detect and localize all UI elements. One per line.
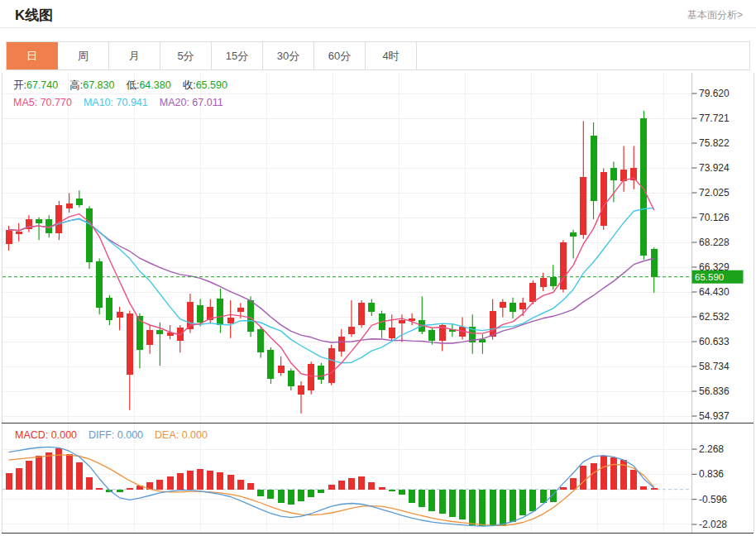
- macd-bar: [560, 487, 567, 490]
- macd-bar: [267, 490, 274, 500]
- macd-bar: [409, 490, 415, 503]
- macd-bar: [439, 490, 446, 514]
- ohlc-legend: 开:67.740高:67.830低:64.380收:65.590: [13, 79, 227, 93]
- candle-body: [227, 318, 234, 324]
- price-tick-label: 73.924: [699, 162, 730, 174]
- candle-body: [237, 308, 244, 312]
- macd-bar: [45, 452, 52, 490]
- ma10-line: [9, 208, 654, 362]
- macd-bar: [651, 488, 658, 490]
- candle-body: [560, 242, 567, 290]
- macd-bar: [519, 490, 526, 515]
- candle-body: [399, 320, 405, 324]
- macd-bar: [86, 477, 93, 490]
- price-tick-label: 56.836: [699, 385, 730, 397]
- macd-bar: [500, 490, 506, 526]
- candle-body: [16, 232, 22, 234]
- current-price-label: 65.590: [695, 272, 724, 282]
- macd-bar: [217, 472, 223, 490]
- macd-bar: [459, 490, 466, 519]
- candle-body: [479, 339, 486, 342]
- price-tick-label: 75.822: [699, 137, 730, 149]
- macd-bar: [640, 486, 647, 490]
- macd-bar: [540, 490, 547, 503]
- macd-bar: [529, 490, 536, 511]
- macd-tick-label: -0.596: [699, 494, 727, 505]
- candle-body: [66, 203, 73, 208]
- price-tick-label: 79.620: [699, 88, 730, 99]
- macd-bar: [6, 473, 12, 490]
- macd-bar: [227, 475, 234, 490]
- price-tick-label: 62.532: [699, 311, 730, 323]
- macd-bar: [177, 473, 184, 490]
- macd-bar: [55, 448, 62, 490]
- macd-bar: [117, 490, 123, 493]
- candle-body: [580, 177, 586, 235]
- macd-bar: [26, 461, 32, 490]
- macd-legend-item-1: DIFF: 0.000: [89, 429, 143, 441]
- macd-bar: [389, 490, 395, 491]
- candle-body: [117, 312, 123, 317]
- macd-bar: [368, 482, 375, 490]
- candle-body: [318, 366, 324, 380]
- candle-body: [651, 249, 658, 277]
- candle-body: [127, 313, 133, 375]
- candle-body: [358, 303, 365, 325]
- candle-body: [106, 298, 112, 320]
- price-tick-label: 58.734: [699, 361, 730, 372]
- price-tick-label: 66.329: [699, 261, 730, 273]
- macd-bar: [127, 488, 133, 490]
- macd-bar: [278, 490, 285, 503]
- ma-legend-item-0: MA5: 70.770: [13, 97, 72, 108]
- candle-body: [146, 330, 153, 344]
- macd-bar: [469, 490, 476, 525]
- macd-bar: [610, 457, 617, 490]
- candles: [6, 111, 658, 414]
- price-tick-label: 64.430: [699, 286, 730, 298]
- macd-bar: [600, 456, 607, 490]
- candle-body: [217, 299, 223, 325]
- candle-body: [197, 305, 203, 323]
- candle-body: [348, 327, 355, 334]
- macd-bar: [338, 481, 345, 490]
- price-tick-label: 60.633: [699, 336, 730, 347]
- candle-body: [86, 208, 93, 262]
- macd-bar: [318, 490, 324, 493]
- price-tick-label: 68.228: [699, 237, 730, 248]
- candle-body: [500, 302, 506, 309]
- ma-legend-item-2: MA20: 67.011: [160, 97, 223, 108]
- macd-bar: [490, 490, 496, 525]
- macd-bar: [591, 463, 597, 490]
- macd-bar: [449, 490, 456, 517]
- macd-axis-labels: 2.2680.836-0.596-2.028: [692, 443, 728, 530]
- kline-page: K线图 基本面分析> 日周月5分15分30分60分4时 65.59079.620…: [0, 0, 756, 536]
- candle-body: [428, 330, 435, 341]
- macd-bar: [96, 488, 103, 490]
- candle-body: [96, 261, 103, 309]
- macd-bar: [207, 471, 213, 490]
- price-tick-label: 77.721: [699, 112, 730, 124]
- macd-bar: [36, 456, 42, 490]
- macd-bar: [479, 490, 486, 526]
- candle-body: [257, 329, 264, 352]
- candle-body: [529, 283, 536, 301]
- candle-body: [278, 366, 285, 373]
- macd-bar: [16, 468, 22, 490]
- macd-bar: [197, 469, 203, 490]
- macd-legend-item-0: MACD: 0.000: [15, 429, 77, 441]
- macd-bar: [298, 490, 304, 501]
- candle-body: [298, 385, 304, 395]
- ohlc-legend-item-3: 收:65.590: [183, 79, 227, 93]
- macd-legend-item-2: DEA: 0.000: [155, 429, 208, 441]
- macd-bar: [328, 485, 335, 490]
- macd-bar: [76, 462, 83, 490]
- macd-bar: [358, 476, 365, 490]
- macd-bar: [428, 490, 435, 511]
- candle-body: [519, 303, 526, 309]
- candle-body: [328, 348, 335, 382]
- macd-bar: [288, 490, 294, 505]
- price-tick-label: 54.937: [699, 410, 730, 422]
- candle-body: [610, 168, 617, 179]
- current-price-marker: 65.590: [2, 270, 744, 284]
- macd-bar: [570, 478, 577, 490]
